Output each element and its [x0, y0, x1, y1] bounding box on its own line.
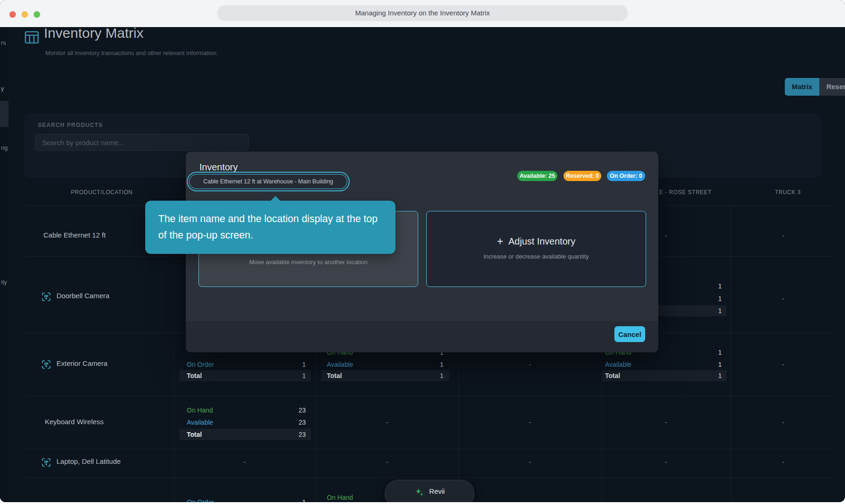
search-input[interactable]	[35, 134, 249, 151]
sparkles-icon	[414, 487, 424, 497]
item-location-pill: Cable Ethernet 12 ft at Warehouse - Main…	[189, 174, 347, 189]
adjust-card-title: +Adjust Inventory	[427, 235, 646, 247]
window-titlebar: Managing Inventory on the Inventory Matr…	[0, 0, 845, 27]
search-products-label: SEARCH PRODUCTS	[38, 122, 103, 128]
app-window: Managing Inventory on the Inventory Matr…	[0, 0, 845, 502]
product-name: Exterior Camera	[56, 359, 107, 367]
tab-matrix[interactable]: Matrix	[785, 78, 819, 96]
stat-line-total[interactable]: Total 23	[187, 429, 306, 440]
stat-line-on-hand[interactable]: On Hand 23	[187, 405, 306, 416]
matrix-cell-empty[interactable]: -	[316, 418, 458, 427]
cancel-button[interactable]: Cancel	[614, 326, 645, 342]
scan-item-icon	[41, 457, 51, 468]
row-divider	[24, 396, 836, 396]
stat-line-total[interactable]: Total 1	[187, 370, 306, 381]
stat-line-total[interactable]: Total 1	[605, 370, 722, 381]
matrix-cell-empty[interactable]: -	[458, 360, 601, 369]
column-header-truck3: TRUCK 3	[731, 189, 845, 196]
product-name: Keyboard Wireless	[45, 418, 104, 426]
tab-reservations[interactable]: Reserva	[819, 78, 845, 96]
sidebar-item-fragment[interactable]: rs	[1, 39, 6, 46]
reserved-badge: Reserved: 0	[563, 171, 601, 181]
sidebar-item-fragment[interactable]: y	[1, 85, 4, 92]
scan-item-icon	[41, 359, 51, 370]
stat-line-on-order[interactable]: On Order 1	[187, 497, 306, 502]
close-window-icon[interactable]	[9, 11, 16, 18]
scan-item-icon	[41, 292, 51, 302]
tooltip-arrow-up-icon	[270, 196, 281, 201]
matrix-cell-empty[interactable]: -	[731, 418, 836, 427]
matrix-cell-empty[interactable]: -	[731, 360, 836, 369]
product-name: Doorbell Camera	[56, 292, 109, 300]
matrix-cell-empty[interactable]: -	[316, 457, 458, 467]
stat-line-available[interactable]: Available 23	[187, 417, 306, 428]
sidebar-active-item[interactable]	[0, 101, 8, 127]
modal-footer: Cancel	[186, 321, 658, 352]
stat-line-on-order[interactable]: On Order 1	[187, 359, 306, 370]
matrix-cell-empty[interactable]: -	[731, 294, 836, 303]
zoom-window-icon[interactable]	[34, 11, 40, 18]
on-order-badge: On Order: 0	[607, 171, 645, 181]
minimize-window-icon[interactable]	[21, 11, 28, 18]
adjust-inventory-card[interactable]: +Adjust Inventory Increase or decrease a…	[426, 211, 646, 287]
matrix-cell-empty[interactable]: -	[601, 457, 731, 467]
revii-assistant-button[interactable]: Revii	[385, 480, 474, 502]
row-divider	[24, 477, 836, 478]
stat-line-available[interactable]: Available 1	[327, 359, 444, 370]
sidebar-strip: rs y ng ity	[0, 27, 9, 502]
available-badge: Available: 25	[517, 171, 557, 181]
matrix-cell-empty[interactable]: -	[458, 418, 601, 427]
adjust-card-subtitle: Increase or decrease available quantity	[427, 253, 646, 260]
matrix-cell-empty[interactable]: -	[458, 457, 601, 467]
window-title: Managing Inventory on the Inventory Matr…	[217, 5, 628, 21]
screenshot-root: Managing Inventory on the Inventory Matr…	[0, 0, 845, 504]
matrix-cell-empty[interactable]: -	[174, 457, 316, 467]
stat-line-total[interactable]: Total 1	[327, 370, 444, 381]
matrix-cell-empty[interactable]: -	[731, 231, 836, 240]
row-divider	[24, 449, 836, 449]
plus-icon: +	[497, 235, 503, 247]
sidebar-item-fragment[interactable]: ng	[1, 144, 7, 151]
sidebar-item-fragment[interactable]: ity	[1, 279, 7, 286]
matrix-cell-empty[interactable]: -	[731, 457, 836, 467]
column-header-rose-street: E - ROSE STREET	[659, 189, 734, 196]
revii-label: Revii	[429, 487, 444, 495]
transfer-card-subtitle: Move available inventory to another loca…	[199, 259, 418, 266]
inventory-matrix-table-icon	[23, 29, 40, 46]
product-name: Cable Ethernet 12 ft	[43, 231, 106, 239]
modal-title: Inventory	[199, 162, 238, 173]
adjust-card-title-text: Adjust Inventory	[508, 236, 575, 246]
tooltip-text: The item name and the location display a…	[158, 213, 378, 241]
onboarding-tooltip: The item name and the location display a…	[145, 201, 395, 254]
page-subtitle: Monitor all inventory transactions and o…	[45, 49, 218, 56]
view-tab-group: Matrix Reserva	[785, 78, 845, 96]
page-title: Inventory Matrix	[44, 25, 143, 41]
column-header-product-location: PRODUCT/LOCATION	[32, 189, 172, 196]
product-name: Laptop, Dell Latitude	[56, 457, 121, 465]
stat-line-available[interactable]: Available 1	[605, 359, 722, 370]
matrix-cell-empty[interactable]: -	[601, 418, 731, 427]
